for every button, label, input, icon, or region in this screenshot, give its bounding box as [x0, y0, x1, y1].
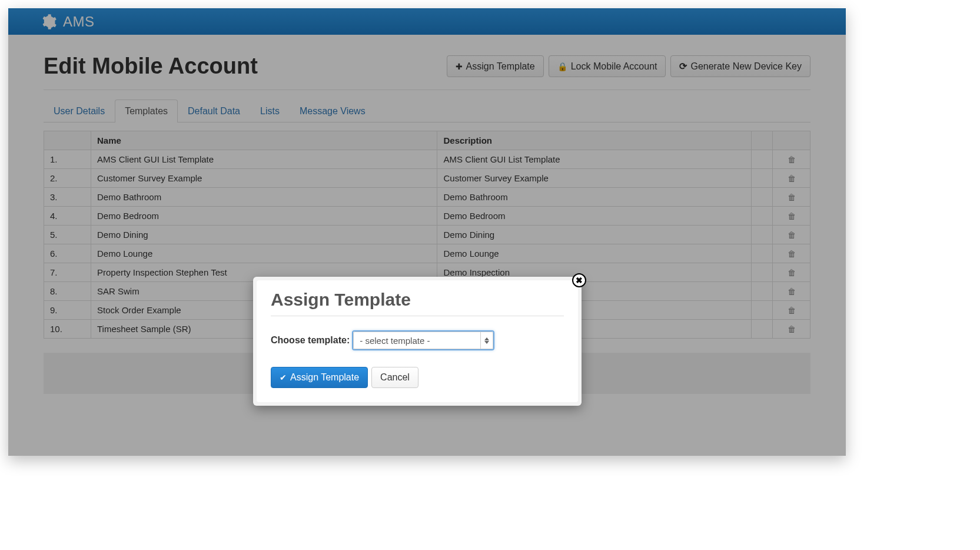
- modal-body: Assign Template Choose template: - selec…: [257, 280, 578, 402]
- confirm-assign-label: Assign Template: [290, 372, 359, 383]
- close-icon: ✖: [576, 276, 583, 285]
- choose-template-label: Choose template:: [271, 335, 350, 346]
- cancel-button[interactable]: Cancel: [371, 367, 418, 388]
- modal-title: Assign Template: [271, 290, 564, 316]
- choose-template-row: Choose template: - select template -: [271, 330, 564, 350]
- template-select[interactable]: - select template -: [352, 330, 494, 350]
- cancel-label: Cancel: [380, 372, 410, 383]
- template-select-value: - select template -: [360, 336, 430, 346]
- close-button[interactable]: ✖: [572, 273, 586, 287]
- check-icon: [280, 372, 287, 383]
- confirm-assign-button[interactable]: Assign Template: [271, 367, 368, 388]
- assign-template-modal: ✖ Assign Template Choose template: - sel…: [253, 277, 582, 406]
- modal-actions: Assign Template Cancel: [271, 367, 564, 388]
- chevron-updown-icon: [480, 332, 489, 349]
